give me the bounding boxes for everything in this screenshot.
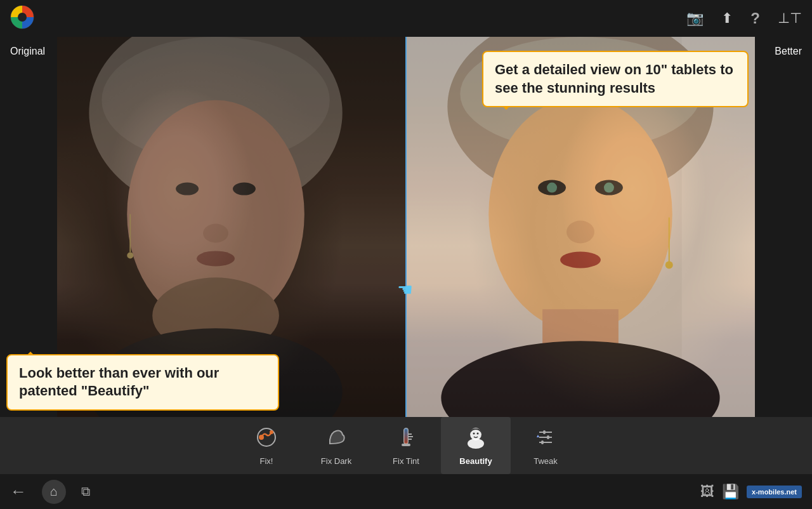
- svg-point-8: [203, 224, 228, 243]
- tooltip-top-text: Get a detailed view on 10" tablets to se…: [495, 62, 733, 96]
- share-icon[interactable]: ⬆: [721, 10, 733, 27]
- recent-apps-button[interactable]: ⧉: [81, 484, 90, 499]
- svg-point-18: [488, 97, 672, 331]
- svg-point-41: [477, 432, 479, 434]
- svg-point-26: [665, 261, 673, 268]
- right-dark-panel: [755, 37, 812, 417]
- better-label: Better: [775, 46, 802, 57]
- tweak-icon: [534, 426, 557, 454]
- fix-dark-label: Fix Dark: [321, 456, 351, 466]
- beautify-label: Beautify: [459, 456, 492, 466]
- svg-point-22: [604, 183, 614, 193]
- fix-tint-icon: [395, 426, 417, 454]
- top-right-icons: 📷 ⬆ ? ⊥⊤: [686, 10, 802, 27]
- nav-right-controls: 🖼 💾 x-mobiles.net: [700, 484, 802, 500]
- svg-point-39: [468, 439, 484, 449]
- svg-point-1: [18, 13, 27, 22]
- svg-point-11: [127, 252, 133, 258]
- camera-icon[interactable]: 📷: [686, 10, 704, 27]
- tool-tweak[interactable]: Tweak: [511, 417, 580, 474]
- help-icon[interactable]: ?: [750, 10, 760, 27]
- tweak-label: Tweak: [534, 456, 558, 466]
- tooltip-beautify-hint: Look better than ever with our patented …: [6, 354, 279, 411]
- tool-fix-tint[interactable]: Fix Tint: [371, 417, 441, 474]
- tool-fix-dark[interactable]: Fix Dark: [301, 417, 371, 474]
- svg-point-6: [176, 183, 199, 195]
- svg-point-23: [566, 221, 594, 244]
- home-button[interactable]: ⌂: [42, 480, 66, 504]
- tooltip-bottom-text: Look better than ever with our patented …: [19, 365, 219, 399]
- tool-beautify[interactable]: Beautify: [441, 417, 511, 474]
- svg-rect-45: [543, 430, 546, 434]
- tooltip-tablet-hint: Get a detailed view on 10" tablets to se…: [482, 51, 749, 107]
- svg-point-40: [473, 432, 475, 434]
- svg-rect-36: [408, 436, 413, 437]
- original-label: Original: [10, 46, 45, 57]
- svg-point-7: [233, 183, 256, 195]
- svg-rect-33: [404, 428, 408, 444]
- nav-left-controls: ← ⌂ ⧉: [10, 480, 90, 504]
- svg-rect-46: [547, 435, 549, 439]
- svg-point-24: [560, 251, 601, 268]
- svg-rect-37: [408, 439, 412, 440]
- svg-point-30: [259, 435, 264, 440]
- watermark-badge: x-mobiles.net: [747, 486, 802, 498]
- nav-bar: ← ⌂ ⧉ 🖼 💾 x-mobiles.net: [0, 474, 812, 509]
- split-divider[interactable]: [405, 37, 407, 417]
- svg-point-21: [547, 183, 557, 193]
- svg-rect-34: [402, 444, 410, 446]
- fix-dark-icon: [325, 426, 348, 454]
- fix-icon: [255, 426, 278, 454]
- bottom-toolbar: Fix! Fix Dark: [0, 417, 812, 474]
- app-logo: [10, 5, 34, 32]
- beautify-icon: [464, 426, 487, 454]
- gallery-icon[interactable]: 🖼: [700, 484, 714, 500]
- svg-point-31: [270, 430, 273, 434]
- back-button[interactable]: ←: [10, 482, 27, 501]
- svg-rect-35: [408, 433, 412, 435]
- drag-cursor-icon: ☚: [397, 279, 413, 300]
- settings-icon[interactable]: ⊥⊤: [778, 10, 802, 27]
- svg-marker-48: [537, 435, 539, 437]
- svg-rect-47: [541, 440, 544, 444]
- top-bar: 📷 ⬆ ? ⊥⊤: [0, 0, 812, 37]
- svg-point-9: [197, 251, 235, 266]
- tool-fix[interactable]: Fix!: [232, 417, 301, 474]
- fix-tint-label: Fix Tint: [393, 456, 419, 466]
- save-icon[interactable]: 💾: [722, 484, 739, 500]
- fix-label: Fix!: [260, 456, 273, 466]
